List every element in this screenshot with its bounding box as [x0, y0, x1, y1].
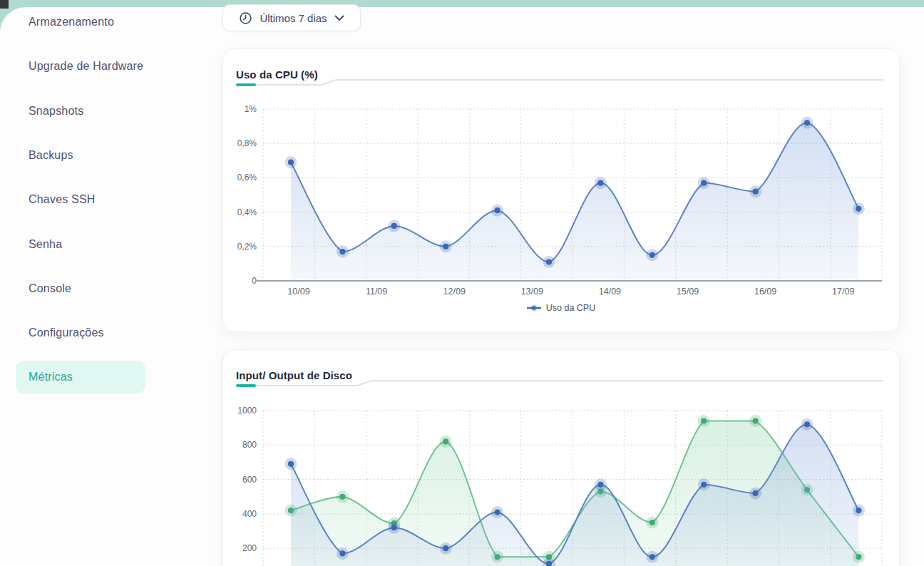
- y-axis-tick-label: 1000: [237, 406, 257, 416]
- data-point[interactable]: [753, 418, 759, 423]
- disk-io-card: Input/ Output de Disco 1000800600400200: [222, 349, 900, 566]
- legend-label: Uso da CPU: [546, 303, 595, 313]
- data-point[interactable]: [391, 223, 397, 229]
- series-blue: [285, 418, 865, 566]
- y-axis-tick-label: 0,8%: [237, 138, 257, 148]
- data-point[interactable]: [443, 244, 448, 249]
- disk-title-tab-underline: [223, 379, 900, 390]
- x-axis-tick-label: 12/09: [443, 287, 466, 297]
- data-point[interactable]: [804, 120, 810, 125]
- data-point[interactable]: [753, 189, 759, 195]
- time-filter-label: Últimos 7 dias: [260, 12, 327, 24]
- y-axis-tick-label: 0,4%: [237, 207, 257, 217]
- metrics-dashboard: { "page": { "colors": { "top_band": "#b0…: [0, 0, 924, 566]
- data-point[interactable]: [546, 259, 552, 264]
- y-axis-tick-label: 400: [242, 509, 257, 519]
- data-point[interactable]: [495, 207, 500, 213]
- y-axis-tick-label: 600: [242, 475, 257, 485]
- x-axis-tick-label: 10/09: [287, 287, 309, 297]
- y-axis-tick-label: 800: [242, 440, 257, 450]
- x-axis-tick-label: 14/09: [599, 287, 621, 297]
- data-point[interactable]: [856, 508, 861, 513]
- data-point[interactable]: [495, 509, 500, 515]
- cpu-usage-chart: 1%0,8%0,6%0,4%0,2%010/0911/0912/0913/091…: [223, 91, 900, 333]
- data-point[interactable]: [597, 180, 603, 186]
- sidebar-item-chaves-ssh[interactable]: Chaves SSH: [16, 183, 145, 216]
- cpu-legend-item[interactable]: Uso da CPU: [223, 303, 899, 313]
- sidebar-item-upgrade-de-hardware[interactable]: Upgrade de Hardware: [16, 50, 145, 83]
- y-axis-tick-label: 200: [242, 543, 257, 553]
- x-axis-tick-label: 17/09: [832, 287, 854, 297]
- y-axis-tick-label: 0,6%: [237, 173, 257, 182]
- chevron-down-icon: [334, 15, 344, 21]
- x-axis-tick-label: 11/09: [366, 287, 387, 297]
- data-point[interactable]: [597, 482, 603, 488]
- data-point[interactable]: [701, 180, 707, 186]
- data-point[interactable]: [443, 438, 448, 444]
- x-axis-tick-label: 15/09: [677, 287, 699, 297]
- data-point[interactable]: [701, 482, 707, 488]
- series-blue: [285, 117, 865, 281]
- data-point[interactable]: [443, 545, 448, 551]
- y-axis-tick-label: 0,2%: [237, 242, 257, 252]
- data-point[interactable]: [650, 520, 655, 525]
- sidebar-nav: ArmazenamentoUpgrade de HardwareSnapshot…: [0, 7, 214, 559]
- x-axis-tick-label: 16/09: [754, 287, 776, 297]
- x-axis-tick-label: 13/09: [521, 287, 543, 297]
- sidebar-item-armazenamento[interactable]: Armazenamento: [16, 6, 145, 38]
- cpu-title-tab-underline: [223, 78, 900, 89]
- data-point[interactable]: [391, 525, 397, 530]
- data-point[interactable]: [650, 252, 655, 258]
- data-point[interactable]: [339, 550, 345, 556]
- disk-io-chart: 1000800600400200: [223, 391, 900, 566]
- y-axis-tick-label: 1%: [245, 104, 257, 114]
- clock-icon: [239, 11, 252, 25]
- data-point[interactable]: [650, 554, 655, 560]
- data-point[interactable]: [288, 160, 294, 165]
- data-point[interactable]: [753, 490, 759, 496]
- data-point[interactable]: [701, 418, 707, 423]
- sidebar-item-console[interactable]: Console: [16, 272, 145, 305]
- cpu-usage-card: Uso da CPU (%) 1%0,8%0,6%0,4%0,2%010/091…: [222, 48, 900, 332]
- data-point[interactable]: [804, 421, 810, 427]
- sidebar-item-configuracoes[interactable]: Configurações: [16, 317, 145, 349]
- legend-line-marker-icon: [527, 304, 541, 312]
- sidebar-item-backups[interactable]: Backups: [16, 139, 145, 172]
- data-point[interactable]: [856, 206, 861, 212]
- sidebar-item-snapshots[interactable]: Snapshots: [16, 95, 145, 128]
- sidebar-item-senha[interactable]: Senha: [16, 228, 145, 261]
- sidebar-item-metricas[interactable]: Métricas: [16, 361, 145, 393]
- data-point[interactable]: [339, 249, 345, 254]
- time-filter-dropdown[interactable]: Últimos 7 dias: [222, 4, 361, 31]
- data-point[interactable]: [339, 494, 345, 500]
- data-point[interactable]: [288, 461, 294, 467]
